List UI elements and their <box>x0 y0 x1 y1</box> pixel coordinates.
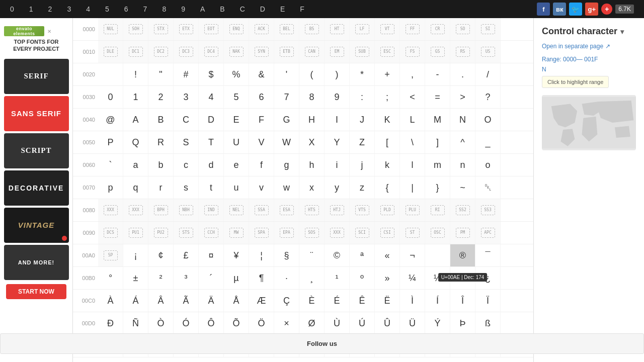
char-cell[interactable]: GS <box>425 41 450 63</box>
char-cell[interactable]: M <box>425 109 450 131</box>
char-cell[interactable]: SO <box>450 18 475 40</box>
char-cell[interactable]: £ <box>174 244 199 266</box>
char-cell[interactable]: Ú <box>350 312 375 334</box>
char-cell[interactable]: F <box>249 109 274 131</box>
char-cell[interactable]: - <box>425 63 450 85</box>
char-cell[interactable]: H <box>299 109 325 131</box>
char-cell[interactable]: ETX <box>174 18 199 40</box>
char-cell[interactable]: \ <box>400 131 425 153</box>
char-cell[interactable]: EOT <box>199 18 224 40</box>
char-cell[interactable]: Ä <box>199 290 224 312</box>
char-cell[interactable]: ª <box>350 244 375 266</box>
char-cell[interactable]: BPH <box>148 199 174 221</box>
char-cell[interactable]: ¡ <box>123 244 148 266</box>
char-cell[interactable]: K <box>375 109 400 131</box>
char-cell[interactable]: ACK <box>249 18 274 40</box>
char-cell[interactable]: · <box>274 267 299 289</box>
char-cell[interactable]: # <box>174 63 199 85</box>
char-cell[interactable]: * <box>350 63 375 85</box>
char-cell[interactable]: ¤ <box>199 244 224 266</box>
char-cell[interactable]: 7 <box>274 86 299 108</box>
char-cell[interactable]: SS2 <box>450 199 475 221</box>
char-cell[interactable]: / <box>475 63 501 85</box>
char-cell[interactable]: p <box>98 176 123 199</box>
sidebar-item-serif[interactable]: SERIF <box>4 59 69 94</box>
char-cell[interactable]: T <box>199 131 224 153</box>
char-cell[interactable]: 2 <box>148 86 174 108</box>
char-cell[interactable]: ESA <box>274 199 299 221</box>
char-cell[interactable]: ^ <box>450 131 475 153</box>
char-cell[interactable]: ` <box>98 154 123 176</box>
char-cell[interactable]: Ø <box>299 312 325 334</box>
char-cell[interactable]: STS <box>174 222 199 244</box>
highlight-range-button[interactable]: Click to highlight range <box>542 76 609 88</box>
char-cell[interactable]: y <box>325 176 350 199</box>
char-cell[interactable]: s <box>174 176 199 199</box>
char-cell[interactable]: Ó <box>174 312 199 334</box>
char-cell[interactable]: FF <box>400 18 425 40</box>
char-cell[interactable]: SPA <box>249 222 274 244</box>
char-cell[interactable]: Þ <box>450 312 475 334</box>
char-cell[interactable]: NAK <box>224 41 249 63</box>
char-cell[interactable]: n <box>450 154 475 176</box>
char-cell[interactable]: @ <box>98 109 123 131</box>
char-cell[interactable]: [ <box>375 131 400 153</box>
char-cell[interactable]: 9 <box>325 86 350 108</box>
char-cell[interactable]: ~ <box>450 176 475 199</box>
char-cell[interactable]: ␡ <box>475 176 501 199</box>
char-cell[interactable]: } <box>425 176 450 199</box>
char-cell[interactable]: { <box>375 176 400 199</box>
char-cell[interactable]: Ð <box>98 312 123 334</box>
char-cell[interactable]: < <box>400 86 425 108</box>
char-cell[interactable]: G <box>274 109 299 131</box>
char-cell[interactable]: FS <box>400 41 425 63</box>
char-cell[interactable]: Î <box>450 290 475 312</box>
char-cell[interactable]: HTS <box>299 199 325 221</box>
char-cell[interactable]: × <box>274 312 299 334</box>
char-cell[interactable]: RI <box>425 199 450 221</box>
char-cell[interactable]: DC4 <box>199 41 224 63</box>
char-cell[interactable]: DLE <box>98 41 123 63</box>
char-cell[interactable]: NUL <box>98 18 123 40</box>
char-cell[interactable]: I <box>325 109 350 131</box>
char-cell[interactable]: d <box>199 154 224 176</box>
vk-icon[interactable]: вк <box>553 3 566 16</box>
char-cell[interactable]: + <box>375 63 400 85</box>
char-cell[interactable]: Z <box>350 131 375 153</box>
char-cell[interactable]: ! <box>123 63 148 85</box>
char-cell[interactable]: Ë <box>375 290 400 312</box>
char-cell[interactable]: CSI <box>375 222 400 244</box>
char-cell[interactable]: SI <box>475 18 501 40</box>
char-cell[interactable]: XXX <box>98 199 123 221</box>
char-cell[interactable]: IND <box>199 199 224 221</box>
char-cell[interactable]: ¬ <box>400 244 425 266</box>
char-cell[interactable]: ? <box>475 86 501 108</box>
char-cell[interactable]: DC3 <box>174 41 199 63</box>
char-cell[interactable]: g <box>274 154 299 176</box>
char-cell[interactable]: Ö <box>249 312 274 334</box>
char-cell[interactable]: j <box>350 154 375 176</box>
char-cell[interactable]: & <box>249 63 274 85</box>
facebook-icon[interactable]: f <box>537 3 550 16</box>
char-cell[interactable]: RS <box>450 41 475 63</box>
char-cell[interactable]: " <box>148 63 174 85</box>
char-cell[interactable]: Ù <box>325 312 350 334</box>
char-cell[interactable]: VTS <box>350 199 375 221</box>
char-cell[interactable]: Á <box>123 290 148 312</box>
char-cell[interactable]: % <box>224 63 249 85</box>
char-cell[interactable]: R <box>148 131 174 153</box>
char-cell[interactable]: ¸ <box>299 267 325 289</box>
char-cell[interactable]: ) <box>325 63 350 85</box>
char-cell[interactable]: BS <box>299 18 325 40</box>
char-cell[interactable]: ETB <box>274 41 299 63</box>
char-cell[interactable]: Q <box>123 131 148 153</box>
char-cell[interactable]: Ò <box>148 312 174 334</box>
char-cell[interactable]: O <box>475 109 501 131</box>
char-cell[interactable]: m <box>425 154 450 176</box>
char-cell[interactable]: ] <box>425 131 450 153</box>
char-cell[interactable]: PU2 <box>148 222 174 244</box>
char-cell[interactable]: XXX <box>325 222 350 244</box>
char-cell[interactable]: È <box>299 290 325 312</box>
char-cell[interactable]: HT <box>325 18 350 40</box>
char-cell[interactable]: CR <box>425 18 450 40</box>
